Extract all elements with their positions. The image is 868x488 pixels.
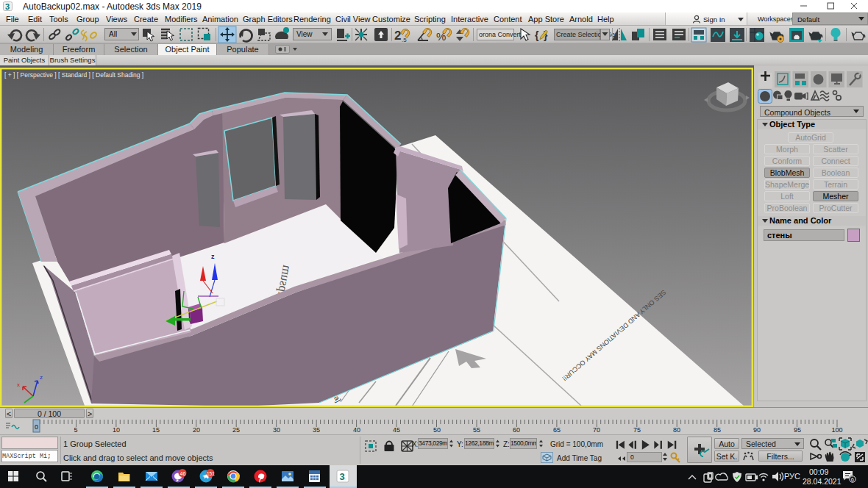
svg-text:28.04.2021: 28.04.2021 bbox=[803, 477, 842, 486]
svg-text:80: 80 bbox=[673, 426, 680, 434]
svg-text:25: 25 bbox=[232, 426, 240, 434]
svg-text:3: 3 bbox=[5, 2, 10, 11]
svg-text:90: 90 bbox=[753, 426, 761, 434]
svg-text:45: 45 bbox=[393, 426, 400, 434]
svg-text:x: x bbox=[17, 381, 20, 388]
svg-text:10: 10 bbox=[113, 426, 120, 434]
svg-text:50: 50 bbox=[433, 426, 441, 434]
svg-text:РУС: РУС bbox=[784, 472, 800, 481]
svg-text:orona Converte: orona Converte bbox=[479, 31, 524, 38]
svg-text:2: 2 bbox=[394, 29, 401, 43]
svg-text:All: All bbox=[109, 30, 117, 38]
svg-text:00:09: 00:09 bbox=[809, 467, 828, 476]
svg-text:70: 70 bbox=[593, 426, 600, 434]
svg-text:85: 85 bbox=[714, 426, 721, 434]
svg-text:40: 40 bbox=[353, 426, 360, 434]
svg-text:95: 95 bbox=[794, 426, 801, 434]
svg-text:55: 55 bbox=[473, 426, 480, 434]
svg-text:35: 35 bbox=[313, 426, 320, 434]
svg-text:0: 0 bbox=[35, 423, 38, 431]
svg-text:{: { bbox=[535, 29, 539, 41]
svg-text:151: 151 bbox=[207, 471, 215, 476]
svg-text:View: View bbox=[296, 30, 313, 38]
svg-text:30: 30 bbox=[273, 426, 280, 434]
svg-text:65: 65 bbox=[553, 426, 561, 434]
svg-text:3: 3 bbox=[340, 471, 345, 482]
svg-text:z: z bbox=[40, 374, 43, 381]
svg-text:.5: .5 bbox=[402, 37, 407, 43]
svg-text:5: 5 bbox=[74, 426, 77, 434]
svg-text:60: 60 bbox=[513, 426, 520, 434]
svg-text:[ + ] [ Perspective ] [ Standa: [ + ] [ Perspective ] [ Standard ] [ Def… bbox=[4, 71, 143, 79]
svg-text:15: 15 bbox=[152, 426, 160, 434]
svg-text:20: 20 bbox=[193, 426, 200, 434]
svg-text:46: 46 bbox=[180, 471, 186, 476]
svg-text:6: 6 bbox=[851, 476, 854, 483]
svg-text:75: 75 bbox=[633, 426, 641, 434]
svg-text:z: z bbox=[211, 253, 215, 260]
svg-text:100: 100 bbox=[831, 426, 842, 434]
